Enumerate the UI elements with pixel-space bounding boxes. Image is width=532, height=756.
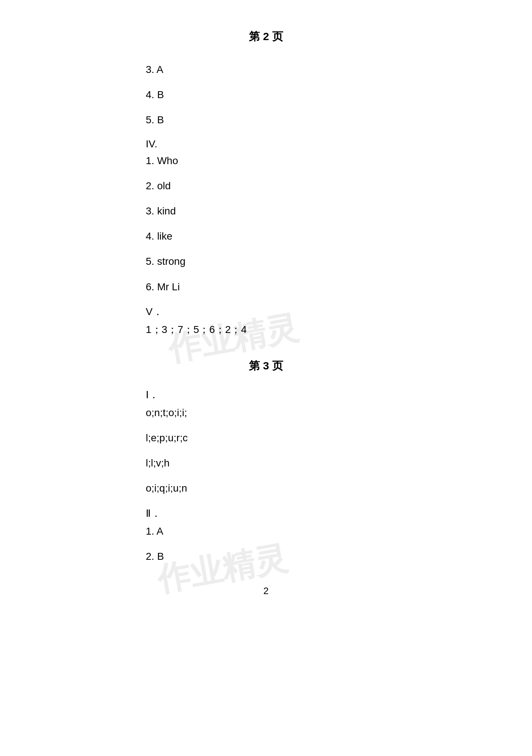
ii-item-2-value: B — [157, 551, 164, 562]
section-v-values: 1；3；7；5；6；2；4 — [146, 324, 247, 335]
iv-item-5: 5. strong — [146, 254, 386, 268]
ii-item-2-label: 2. — [146, 551, 157, 562]
iv-item-6-label: 6. — [146, 281, 157, 292]
answer-item-4: 4. B — [146, 88, 386, 102]
page2-title: 第 2 页 — [146, 29, 386, 44]
iv-item-6-value: Mr Li — [157, 281, 180, 292]
iv-item-3-value: kind — [157, 205, 176, 217]
iv-item-2-label: 2. — [146, 180, 157, 191]
iv-item-3-label: 3. — [146, 205, 157, 217]
ii-item-1-value: A — [157, 526, 164, 537]
ii-item-1-label: 1. — [146, 526, 157, 537]
iv-item-6: 6. Mr Li — [146, 280, 386, 294]
item-4-label: 4. — [146, 89, 157, 100]
iv-item-4-value: like — [157, 230, 172, 242]
iv-item-1-value: Who — [157, 155, 178, 166]
i-item-3: l;l;v;h — [146, 456, 386, 470]
section-iv-title: IV. — [146, 138, 386, 150]
iv-item-5-label: 5. — [146, 256, 157, 267]
section-v-title: V． — [146, 305, 386, 319]
ii-item-1: 1. A — [146, 524, 386, 538]
i-item-4: o;i;q;i;u;n — [146, 481, 386, 495]
i-item-2: l;e;p;u;r;c — [146, 431, 386, 445]
item-5-value: B — [157, 114, 164, 125]
item-5-label: 5. — [146, 114, 157, 125]
item-4-value: B — [157, 89, 164, 100]
iv-item-3: 3. kind — [146, 204, 386, 218]
iv-item-1: 1. Who — [146, 154, 386, 168]
item-3-label: 3. — [146, 64, 157, 75]
section-i-title: Ⅰ． — [146, 388, 386, 402]
ii-item-2: 2. B 作业精灵 — [146, 549, 386, 563]
section-ii-title: Ⅱ． — [146, 507, 386, 520]
answer-item-5: 5. B — [146, 113, 386, 127]
page-number: 2 — [146, 585, 386, 597]
iv-item-4-label: 4. — [146, 230, 157, 242]
section-v-content: 1；3；7；5；6；2；4 作业精灵 — [146, 322, 386, 337]
iv-item-4: 4. like — [146, 229, 386, 243]
i-item-1: o;n;t;o;i;i; — [146, 406, 386, 420]
iv-item-2-value: old — [157, 180, 171, 191]
answer-item-3: 3. A — [146, 62, 386, 77]
item-3-value: A — [157, 64, 164, 75]
iv-item-1-label: 1. — [146, 155, 157, 166]
page3-title: 第 3 页 — [146, 358, 386, 373]
iv-item-5-value: strong — [157, 256, 185, 267]
iv-item-2: 2. old — [146, 179, 386, 193]
